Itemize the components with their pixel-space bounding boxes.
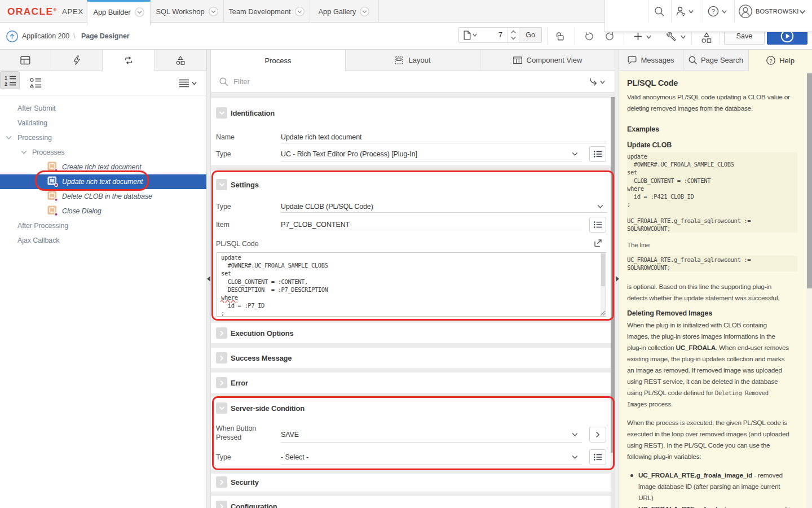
tree-expand-icon[interactable] <box>6 135 12 140</box>
editor-scrollbar-thumb[interactable] <box>601 253 605 286</box>
nav-tab-app-builder[interactable]: App Builder <box>87 0 151 25</box>
ltab-shared-components[interactable] <box>155 50 206 71</box>
spinner-up-icon[interactable] <box>511 30 516 34</box>
help-menu-chevron-icon[interactable] <box>722 10 727 14</box>
name-value[interactable]: Update rich text document <box>281 132 361 143</box>
redo-icon[interactable] <box>605 32 615 41</box>
filter-input[interactable]: Filter <box>233 77 250 86</box>
tree-expand-icon[interactable] <box>21 150 27 155</box>
tab-help[interactable]: ?Help <box>748 50 812 71</box>
tree-node-label: Ajax Callback <box>17 237 59 244</box>
breadcrumb-application[interactable]: Application 200 <box>22 32 69 40</box>
nav-tab-app-gallery-menu-icon[interactable] <box>360 7 369 16</box>
page-finder-button[interactable] <box>459 28 482 42</box>
goto-menu-chevron-icon[interactable] <box>600 80 605 84</box>
help-scrollbar[interactable] <box>806 72 812 508</box>
user-menu-chevron-icon[interactable] <box>800 10 805 14</box>
settings-collapse-button[interactable] <box>216 179 227 190</box>
tree-node[interactable]: Delete CLOB in the database <box>0 189 206 204</box>
tree-node[interactable]: Create rich text document <box>0 160 206 174</box>
go-button[interactable]: Go <box>519 28 541 42</box>
identification-collapse-button[interactable] <box>216 107 227 119</box>
tree-node[interactable]: Ajax Callback <box>0 233 206 248</box>
name-label: Name <box>216 132 235 143</box>
name-underline <box>281 143 606 143</box>
tab-layout[interactable]: Layout <box>345 50 480 71</box>
app-builder-menu-icon[interactable] <box>135 7 144 17</box>
username[interactable]: BOSTROWSKI <box>756 8 799 15</box>
select-chevron-icon[interactable] <box>572 152 578 156</box>
nav-tab-sql-workshop[interactable]: SQL Workshop <box>151 0 223 23</box>
tree-node[interactable]: Validating <box>0 116 206 130</box>
tab-component-view[interactable]: Component View <box>480 50 615 71</box>
identification-type-lov-button[interactable] <box>589 146 606 162</box>
server-side-condition-collapse-button[interactable] <box>216 402 227 414</box>
help-text-line: UC_FROALA_RTE.g_froala_image_src - remov… <box>638 503 805 508</box>
select-chevron-icon[interactable] <box>572 455 578 459</box>
order-by-processing-order-button[interactable]: 12 <box>0 71 20 89</box>
type-underline <box>281 161 582 161</box>
code-editor-popout-icon[interactable] <box>593 238 603 247</box>
undo-icon[interactable] <box>584 32 594 41</box>
tree-node[interactable]: Processes <box>0 145 206 160</box>
ltab-dynamic-actions[interactable] <box>51 50 103 71</box>
ltab-processing[interactable] <box>103 50 155 71</box>
select-chevron-icon[interactable] <box>572 432 578 437</box>
item-value[interactable]: P7_CLOB_CONTENT <box>281 219 350 230</box>
security-expand-button[interactable] <box>216 476 227 488</box>
tree-menu-icon[interactable] <box>179 79 189 87</box>
when-button-pressed-value[interactable]: SAVE <box>281 429 299 440</box>
up-to-application-icon[interactable] <box>6 30 18 42</box>
unlock-icon[interactable] <box>555 32 564 41</box>
tree-node[interactable]: After Processing <box>0 218 206 233</box>
admin-menu-chevron-icon[interactable] <box>689 10 694 14</box>
condition-type-value[interactable]: - Select - <box>281 452 308 463</box>
item-lov-button[interactable] <box>589 217 606 233</box>
editor-resize-grip[interactable] <box>599 310 606 316</box>
tab-page-search[interactable]: Page Search <box>683 50 748 71</box>
admin-icon[interactable] <box>676 6 685 16</box>
search-icon[interactable] <box>654 6 665 17</box>
ltab-rendering[interactable] <box>0 50 51 71</box>
utilities-icon[interactable] <box>665 32 676 41</box>
type-value[interactable]: UC - Rich Text Editor Pro (Process) [Plu… <box>281 148 417 160</box>
nav-tab-team-development-menu-icon[interactable] <box>295 7 304 16</box>
create-menu-chevron-icon[interactable] <box>646 35 651 39</box>
tree-node[interactable]: Update rich text document <box>0 174 206 189</box>
create-icon[interactable] <box>634 32 642 41</box>
goto-button-button[interactable] <box>589 427 606 443</box>
tree-menu-chevron-icon[interactable] <box>192 81 197 85</box>
list-of-values-icon <box>593 453 602 461</box>
condition-type-lov-button[interactable] <box>589 449 606 465</box>
tab-process[interactable]: Process <box>211 50 345 71</box>
left-splitter-collapse-icon[interactable] <box>207 276 210 282</box>
shared-components-icon[interactable] <box>700 32 713 43</box>
tree-node[interactable]: Close Dialog <box>0 204 206 218</box>
page-selector-group: 7Go <box>458 27 542 43</box>
success-message-expand-button[interactable] <box>216 352 227 364</box>
tree-node[interactable]: Processing <box>0 130 206 145</box>
utilities-menu-chevron-icon[interactable] <box>681 35 686 39</box>
goto-selection-icon[interactable] <box>589 77 597 86</box>
oracle-logo[interactable]: ORACLE® <box>7 6 57 17</box>
help-scrollbar-thumb[interactable] <box>807 73 812 288</box>
nav-tab-app-gallery[interactable]: App Gallery <box>310 0 378 23</box>
execution-options-expand-button[interactable] <box>216 327 227 339</box>
page-spinner[interactable] <box>507 28 519 42</box>
select-chevron-icon[interactable] <box>597 204 603 209</box>
tree-node[interactable]: After Submit <box>0 101 206 116</box>
registered-mark: ® <box>53 7 56 12</box>
nav-tab-sql-workshop-menu-icon[interactable] <box>209 7 218 16</box>
avatar[interactable] <box>739 5 752 18</box>
help-icon[interactable]: ? <box>708 6 719 17</box>
section-configuration: Configuration <box>211 496 611 508</box>
group-by-type-icon[interactable] <box>30 77 41 88</box>
spinner-down-icon[interactable] <box>511 36 516 40</box>
settings-type-value[interactable]: Update CLOB (PL/SQL Code) <box>281 201 373 212</box>
error-expand-button[interactable] <box>216 377 227 388</box>
plsql-code-editor[interactable]: update #OWNER#.UC_FROALA_SAMPLE_CLOBSset… <box>217 252 606 317</box>
configuration-expand-button[interactable] <box>216 501 227 508</box>
tab-messages[interactable]: Messages <box>619 50 683 71</box>
nav-tab-team-development[interactable]: Team Development <box>223 0 310 23</box>
page-number-input[interactable]: 7 <box>482 28 507 42</box>
